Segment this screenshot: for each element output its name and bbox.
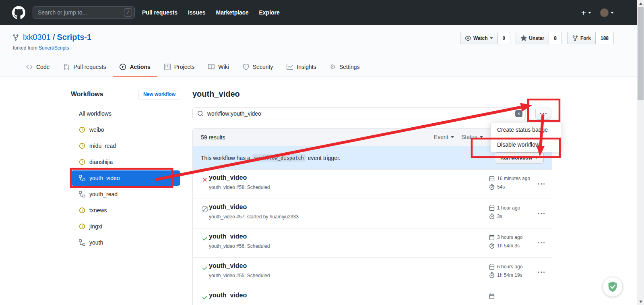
calendar-icon (489, 264, 495, 270)
page-title: youth_video (192, 89, 552, 99)
tab-security[interactable]: Security (236, 58, 280, 77)
watch-count[interactable]: 0 (498, 32, 511, 44)
slash-key-hint: / (124, 8, 132, 17)
clear-filter-button[interactable] (515, 110, 522, 117)
stopwatch-icon (489, 243, 495, 249)
run-title-link[interactable]: youth_video (209, 174, 247, 181)
sidebar-item-midu-read[interactable]: midu_read (71, 138, 180, 154)
forked-from-link[interactable]: Sunert/Scripts (39, 45, 69, 51)
forked-from-label: forked from (13, 45, 37, 51)
event-filter-dropdown[interactable]: Event (434, 134, 454, 140)
sidebar-item-all-workflows[interactable]: All workflows (71, 106, 180, 122)
run-title-link[interactable]: youth_video (209, 233, 247, 240)
new-workflow-button[interactable]: New workflow (138, 89, 180, 100)
adguard-badge[interactable] (603, 277, 622, 297)
workflow-label: youth_video (89, 175, 120, 181)
fork-count[interactable]: 188 (596, 32, 614, 44)
menu-item-create-status-badge[interactable]: Create status badge (491, 122, 561, 137)
repo-actions: Watch 0 Unstar 8 Fork 188 (460, 32, 614, 44)
results-count: 59 results (201, 134, 225, 141)
user-menu[interactable] (600, 8, 614, 17)
forked-from: forked from Sunert/Scripts (13, 45, 69, 51)
repo-title: lxk0301 / Scripts-1 (12, 33, 91, 42)
tab-pull-requests[interactable]: Pull requests (56, 58, 113, 77)
run-title-link[interactable]: youth_video (209, 262, 247, 270)
sidebar-item-txnews[interactable]: txnews (71, 202, 180, 218)
scroll-down-arrow[interactable] (637, 298, 644, 305)
github-logo-icon[interactable] (12, 6, 25, 19)
project-icon (164, 64, 171, 70)
star-count[interactable]: 8 (549, 32, 562, 44)
code-icon (26, 64, 33, 70)
gear-icon: ⚙ (330, 64, 336, 70)
workflow-options-button[interactable] (535, 108, 551, 120)
global-search-input[interactable] (33, 6, 135, 19)
tab-code[interactable]: Code (19, 58, 56, 77)
tab-projects[interactable]: Projects (157, 58, 202, 77)
sidebar-item-youth[interactable]: youth (71, 234, 180, 251)
chevron-down-icon (611, 12, 614, 14)
run-row[interactable]: youth_video youth_video #56: Scheduled 3… (193, 228, 552, 257)
pull-request-icon (63, 64, 70, 70)
fork-button[interactable]: Fork (567, 32, 596, 44)
tab-label: Pull requests (73, 64, 106, 70)
repo-separator: / (53, 33, 55, 42)
run-duration: 54s (497, 184, 505, 190)
runs-filter-input[interactable] (192, 107, 526, 120)
sidebar-item-jingxi[interactable]: jingxi (71, 218, 180, 234)
nav-link-pull-requests[interactable]: Pull requests (142, 9, 178, 16)
scroll-up-arrow[interactable] (637, 0, 644, 7)
workflow-icon (79, 175, 85, 181)
run-row[interactable]: youth_video (193, 287, 552, 305)
run-row[interactable]: youth_video youth_video #55: Scheduled 6… (193, 257, 552, 287)
nav-link-explore[interactable]: Explore (259, 9, 279, 16)
run-workflow-button[interactable]: Run workflow (495, 152, 544, 164)
sidebar-item-dianshijia[interactable]: dianshijia (71, 154, 180, 170)
tab-settings[interactable]: ⚙ Settings (323, 58, 367, 77)
run-title-link[interactable]: youth_video (209, 203, 247, 211)
browser-scrollbar[interactable] (637, 0, 644, 305)
run-time: 1 hour ago (497, 205, 520, 211)
stopwatch-icon (489, 272, 495, 278)
run-meta: 6 hours ago 1h 54m 19s (489, 262, 522, 279)
tab-actions[interactable]: Actions (113, 58, 157, 77)
watch-label: Watch (473, 35, 488, 41)
status-filter-dropdown[interactable]: Status (461, 134, 483, 140)
tab-wiki[interactable]: Wiki (201, 58, 235, 77)
top-navbar: / Pull requests Issues Marketplace Explo… (0, 0, 637, 25)
run-row[interactable]: youth_video youth_video #57: started by … (193, 199, 552, 228)
unstar-button[interactable]: Unstar (516, 32, 549, 44)
workflow-label: txnews (89, 207, 107, 214)
run-options-button[interactable] (538, 240, 545, 246)
workflow-label: jingxi (89, 223, 102, 230)
sidebar-item-weibo[interactable]: weibo (71, 122, 180, 138)
cancelled-icon (202, 206, 208, 212)
success-icon (202, 235, 208, 242)
menu-item-disable-workflow[interactable]: Disable workflow (491, 137, 561, 152)
run-title-link[interactable]: youth_video (209, 292, 247, 299)
nav-link-issues[interactable]: Issues (188, 9, 206, 16)
run-options-button[interactable] (538, 181, 545, 187)
sidebar-header: Workflows New workflow (71, 87, 180, 101)
run-meta (489, 292, 497, 300)
clear-icon (517, 112, 521, 116)
nav-link-marketplace[interactable]: Marketplace (216, 9, 249, 16)
run-row[interactable]: youth_video youth_video #58: Scheduled 1… (193, 169, 552, 199)
watch-button[interactable]: Watch (460, 32, 498, 44)
main-content: youth_video 59 results Event Status (192, 87, 552, 99)
repo-owner-link[interactable]: lxk0301 (23, 33, 51, 42)
tab-insights[interactable]: Insights (280, 58, 323, 77)
warning-icon (79, 207, 85, 214)
run-options-button[interactable] (538, 210, 545, 217)
create-new-menu[interactable]: + (581, 8, 591, 17)
run-time: 16 minutes ago (497, 176, 530, 181)
repo-name-link[interactable]: Scripts-1 (57, 33, 92, 42)
chevron-down-icon (451, 136, 454, 138)
scrollbar-thumb[interactable] (638, 7, 644, 100)
navbar-links: Pull requests Issues Marketplace Explore (142, 9, 280, 16)
run-options-button[interactable] (538, 269, 545, 276)
sidebar-item-youth-video[interactable]: youth_video (71, 170, 180, 186)
fork-group: Fork 188 (567, 32, 614, 44)
sidebar-item-youth-read[interactable]: youth_read (71, 186, 180, 202)
warning-icon (79, 143, 85, 149)
